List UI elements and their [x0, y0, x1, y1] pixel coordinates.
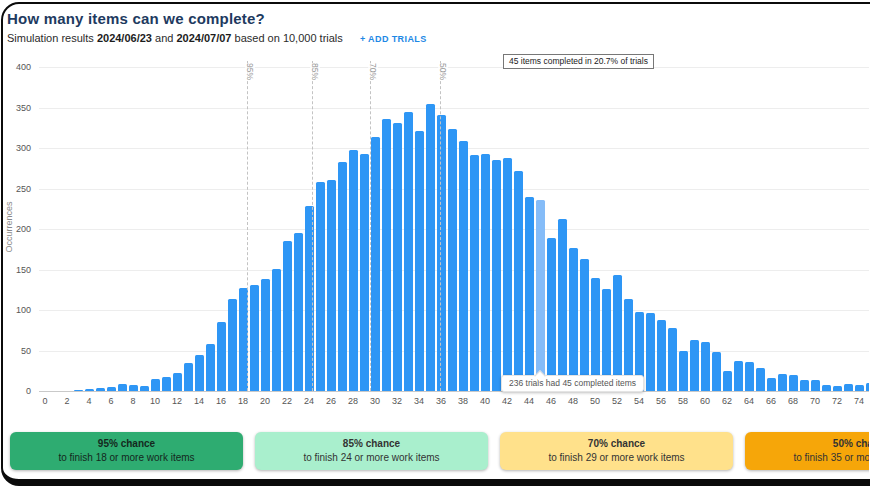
bar-47[interactable]: [558, 219, 567, 391]
bar-11[interactable]: [162, 377, 171, 391]
x-tick-label: 8: [122, 396, 144, 406]
gridline: [39, 67, 869, 68]
bar-43[interactable]: [514, 171, 523, 391]
bar-38[interactable]: [459, 141, 468, 391]
card-headline: 50% chance: [745, 436, 869, 451]
x-tick-label: 56: [650, 396, 672, 406]
card-detail: to finish 35 or more work items: [745, 451, 869, 464]
x-tick-label: 12: [166, 396, 188, 406]
bar-5[interactable]: [96, 388, 105, 391]
bar-23[interactable]: [294, 233, 303, 391]
bar-44[interactable]: [525, 197, 534, 391]
bar-37[interactable]: [448, 129, 457, 391]
bar-62[interactable]: [723, 371, 732, 391]
bar-39[interactable]: [470, 155, 479, 391]
x-tick-label: 62: [716, 396, 738, 406]
bar-42[interactable]: [503, 158, 512, 391]
bar-29[interactable]: [360, 154, 369, 391]
add-trials-button[interactable]: + ADD TRIALS: [360, 34, 427, 44]
bar-8[interactable]: [129, 385, 138, 391]
x-tick-label: 58: [672, 396, 694, 406]
bar-66[interactable]: [767, 378, 776, 391]
bar-35[interactable]: [426, 104, 435, 391]
x-tick-label: 6: [100, 396, 122, 406]
x-tick-label: 14: [188, 396, 210, 406]
x-tick-label: 26: [320, 396, 342, 406]
y-tick-label: 50: [3, 346, 31, 356]
bar-14[interactable]: [195, 355, 204, 391]
bar-32[interactable]: [393, 123, 402, 391]
bar-49[interactable]: [580, 259, 589, 391]
bar-28[interactable]: [349, 150, 358, 391]
bar-15[interactable]: [206, 344, 215, 391]
bar-56[interactable]: [657, 320, 666, 391]
bar-6[interactable]: [107, 387, 116, 391]
percentile-line-50: 50%: [440, 61, 441, 391]
bar-21[interactable]: [272, 269, 281, 391]
bar-40[interactable]: [481, 154, 490, 391]
x-tick-label: 44: [518, 396, 540, 406]
bar-41[interactable]: [492, 160, 501, 391]
bar-69[interactable]: [800, 380, 809, 391]
bar-71[interactable]: [822, 385, 831, 391]
bar-7[interactable]: [118, 384, 127, 391]
bar-19[interactable]: [250, 285, 259, 391]
bar-70[interactable]: [811, 380, 820, 391]
bar-33[interactable]: [404, 112, 413, 391]
bar-46[interactable]: [547, 238, 556, 391]
bar-17[interactable]: [228, 299, 237, 391]
bar-36[interactable]: [437, 115, 446, 391]
bar-55[interactable]: [646, 313, 655, 391]
subtitle-and: and: [155, 32, 173, 44]
bar-68[interactable]: [789, 375, 798, 391]
card-detail: to finish 29 or more work items: [500, 451, 733, 464]
bar-52[interactable]: [613, 275, 622, 391]
bar-4[interactable]: [85, 389, 94, 391]
bar-34[interactable]: [415, 131, 424, 391]
bar-74[interactable]: [855, 385, 864, 391]
x-tick-label: 0: [34, 396, 56, 406]
bar-75[interactable]: [866, 383, 870, 391]
bar-30[interactable]: [371, 137, 380, 391]
bar-18[interactable]: [239, 288, 248, 391]
y-tick-label: 350: [3, 103, 31, 113]
bar-26[interactable]: [327, 180, 336, 391]
bar-25[interactable]: [316, 182, 325, 391]
bar-61[interactable]: [712, 352, 721, 391]
bar-3[interactable]: [74, 390, 83, 391]
bar-72[interactable]: [833, 386, 842, 391]
bar-58[interactable]: [679, 351, 688, 391]
card-95-chance: 95% chance to finish 18 or more work ite…: [10, 432, 243, 470]
y-tick-label: 0: [3, 386, 31, 396]
bar-59[interactable]: [690, 340, 699, 391]
bar-64[interactable]: [745, 362, 754, 391]
card-detail: to finish 18 or more work items: [10, 451, 243, 464]
percentile-line-label: 70%: [368, 63, 378, 80]
card-headline: 95% chance: [10, 436, 243, 451]
bar-highlighted-45[interactable]: [536, 200, 545, 391]
end-date: 2024/07/07: [176, 32, 231, 44]
bar-67[interactable]: [778, 374, 787, 391]
bar-57[interactable]: [668, 328, 677, 391]
bar-13[interactable]: [184, 363, 193, 391]
x-tick-label: 24: [298, 396, 320, 406]
bar-63[interactable]: [734, 361, 743, 391]
bar-27[interactable]: [338, 162, 347, 391]
bar-10[interactable]: [151, 379, 160, 391]
bar-65[interactable]: [756, 368, 765, 391]
tooltip-bottom: 236 trials had 45 completed items: [501, 375, 644, 392]
bar-16[interactable]: [217, 322, 226, 391]
card-85-chance: 85% chance to finish 24 or more work ite…: [255, 432, 488, 470]
bar-73[interactable]: [844, 384, 853, 391]
bar-31[interactable]: [382, 119, 391, 391]
card-headline: 85% chance: [255, 436, 488, 451]
bar-20[interactable]: [261, 279, 270, 391]
x-tick-label: 22: [276, 396, 298, 406]
x-tick-label: 54: [628, 396, 650, 406]
bar-9[interactable]: [140, 386, 149, 391]
bar-48[interactable]: [569, 248, 578, 391]
bar-60[interactable]: [701, 342, 710, 391]
bar-12[interactable]: [173, 373, 182, 391]
card-50-chance: 50% chance to finish 35 or more work ite…: [745, 432, 869, 470]
bar-22[interactable]: [283, 241, 292, 391]
